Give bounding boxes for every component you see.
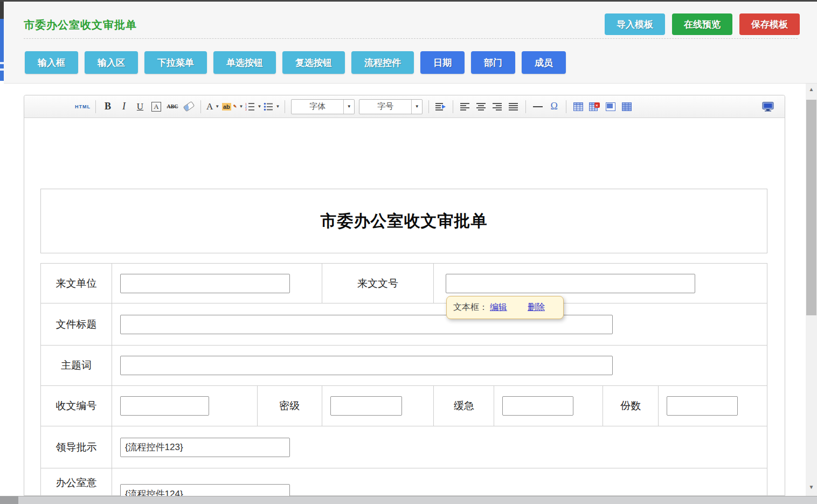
- insert-table-button[interactable]: [571, 99, 585, 114]
- font-size-select[interactable]: 字号 ▼: [359, 99, 423, 114]
- table-properties-icon: [622, 102, 632, 111]
- bottom-edge-corner: [0, 496, 18, 504]
- label-lingdao-pishi: 领导批示: [41, 426, 112, 468]
- scroll-down-arrow-icon[interactable]: ▼: [806, 482, 817, 492]
- label-shouwen-bianhao: 收文编号: [41, 386, 112, 426]
- label-laiwen-wenhao: 来文文号: [322, 264, 434, 303]
- add-radio-button[interactable]: 单选按钮: [213, 51, 276, 74]
- add-textarea-button[interactable]: 输入区: [85, 51, 138, 74]
- horizontal-rule-button[interactable]: [531, 99, 545, 114]
- form-table: 来文单位 来文文号 文件标题 主题词 收文编号 密: [40, 263, 767, 496]
- align-right-button[interactable]: [490, 99, 504, 114]
- html-source-icon: HTML: [75, 104, 91, 109]
- add-flow-control-button[interactable]: 流程控件: [351, 51, 414, 74]
- miji-input[interactable]: [330, 396, 402, 416]
- align-justify-icon: [509, 102, 518, 111]
- horizontal-rule-icon: [533, 106, 543, 107]
- ordered-list-icon: 1 2 3: [245, 102, 255, 111]
- table-row: 办公室意: [41, 468, 767, 496]
- table-row: 收文编号 密级 缓急 份数: [41, 386, 767, 426]
- fullscreen-button[interactable]: [761, 99, 775, 114]
- label-wenjian-biaoti: 文件标题: [41, 303, 112, 346]
- align-right-icon: [493, 102, 502, 111]
- page-title: 市委办公室收文审批单: [24, 18, 137, 32]
- chevron-down-icon: ▼: [343, 100, 354, 114]
- page: 市委办公室收文审批单 导入模板 在线预览 保存模板 输入框 输入区 下拉菜单 单…: [0, 0, 817, 504]
- insert-table-icon: [573, 102, 583, 111]
- italic-icon: I: [122, 101, 126, 112]
- italic-button[interactable]: I: [117, 99, 131, 114]
- save-template-button[interactable]: 保存模板: [739, 13, 800, 35]
- align-justify-button[interactable]: [507, 99, 521, 114]
- cell-wenjian-biaoti: [112, 303, 767, 346]
- strikethrough-button[interactable]: ABC: [165, 99, 179, 114]
- toolbar-separator: [566, 100, 566, 113]
- highlight-icon: ab: [222, 103, 231, 111]
- format-block-button[interactable]: A: [149, 99, 163, 114]
- add-dropdown-button[interactable]: 下拉菜单: [144, 51, 207, 74]
- bottom-edge: [0, 496, 817, 504]
- label-huanji: 缓急: [434, 386, 494, 426]
- template-actions: 导入模板 在线预览 保存模板: [605, 13, 800, 35]
- bold-button[interactable]: B: [101, 99, 115, 114]
- form-title-box: 市委办公室收文审批单: [40, 189, 767, 253]
- underline-button[interactable]: U: [133, 99, 147, 114]
- add-member-button[interactable]: 成员: [522, 51, 566, 74]
- unordered-list-icon: [264, 102, 273, 111]
- delete-table-button[interactable]: ×: [587, 99, 601, 114]
- huanji-input[interactable]: [502, 396, 573, 416]
- toolbar-separator: [428, 100, 429, 113]
- cell-properties-button[interactable]: [604, 99, 618, 114]
- online-preview-button[interactable]: 在线预览: [672, 13, 732, 35]
- cell-miji: [322, 386, 434, 426]
- remove-format-button[interactable]: [182, 99, 196, 114]
- unordered-list-button[interactable]: ▼: [264, 99, 280, 114]
- special-char-button[interactable]: Ω: [547, 99, 561, 114]
- align-center-button[interactable]: [474, 99, 488, 114]
- table-properties-button[interactable]: [620, 99, 634, 114]
- import-template-button[interactable]: 导入模板: [605, 13, 665, 35]
- zhutici-input[interactable]: [120, 356, 613, 375]
- cell-shouwen-bianhao: [112, 386, 258, 426]
- form-title: 市委办公室收文审批单: [321, 210, 488, 232]
- scroll-up-arrow-icon[interactable]: ▲: [806, 85, 817, 94]
- font-size-value: 字号: [359, 101, 411, 112]
- laiwen-wenhao-input[interactable]: [446, 274, 695, 293]
- font-family-select[interactable]: 字体 ▼: [291, 99, 355, 114]
- delete-link[interactable]: 删除: [528, 302, 545, 313]
- align-center-icon: [476, 102, 486, 111]
- laiwen-danwei-input[interactable]: [120, 274, 290, 293]
- edit-link[interactable]: 编辑: [490, 302, 507, 313]
- add-date-button[interactable]: 日期: [420, 51, 465, 74]
- background-sidebar-sliver-dark: [0, 2, 4, 19]
- add-input-box-button[interactable]: 输入框: [25, 51, 78, 74]
- align-left-button[interactable]: [458, 99, 472, 114]
- chevron-down-icon: ▼: [239, 104, 244, 109]
- add-checkbox-button[interactable]: 复选按钮: [282, 51, 345, 74]
- fenshu-input[interactable]: [667, 396, 738, 416]
- label-fenshu: 份数: [603, 386, 659, 426]
- lingdao-pishi-input[interactable]: [120, 438, 290, 457]
- chevron-down-icon: ▼: [411, 100, 422, 114]
- sliver-mark: [0, 62, 4, 64]
- widget-button-row: 输入框 输入区 下拉菜单 单选按钮 复选按钮 流程控件 日期 部门 成员: [25, 51, 566, 74]
- delete-table-icon: ×: [589, 102, 600, 111]
- dotted-divider: [24, 38, 798, 39]
- ordered-list-button[interactable]: 1 2 3 ▼: [245, 99, 261, 114]
- editor-toolbar: HTML B I U A ABC A▼ ab✎▼ 1 2 3 ▼: [24, 95, 785, 118]
- scrollbar-thumb[interactable]: [806, 100, 816, 315]
- bold-icon: B: [105, 101, 111, 112]
- cell-fenshu: [659, 386, 767, 426]
- tooltip-label: 文本框：: [453, 302, 488, 313]
- table-row: 文件标题: [41, 303, 767, 346]
- source-code-button[interactable]: HTML: [75, 99, 91, 114]
- vertical-scrollbar[interactable]: ▲ ▼: [806, 84, 817, 496]
- boxed-a-icon: A: [151, 102, 161, 112]
- shouwen-bianhao-input[interactable]: [120, 396, 209, 416]
- toolbar-separator: [285, 100, 285, 113]
- add-department-button[interactable]: 部门: [471, 51, 515, 74]
- font-color-button[interactable]: A▼: [206, 99, 220, 114]
- highlight-color-button[interactable]: ab✎▼: [222, 99, 243, 114]
- cell-huanji: [494, 386, 603, 426]
- indent-button[interactable]: [434, 99, 448, 114]
